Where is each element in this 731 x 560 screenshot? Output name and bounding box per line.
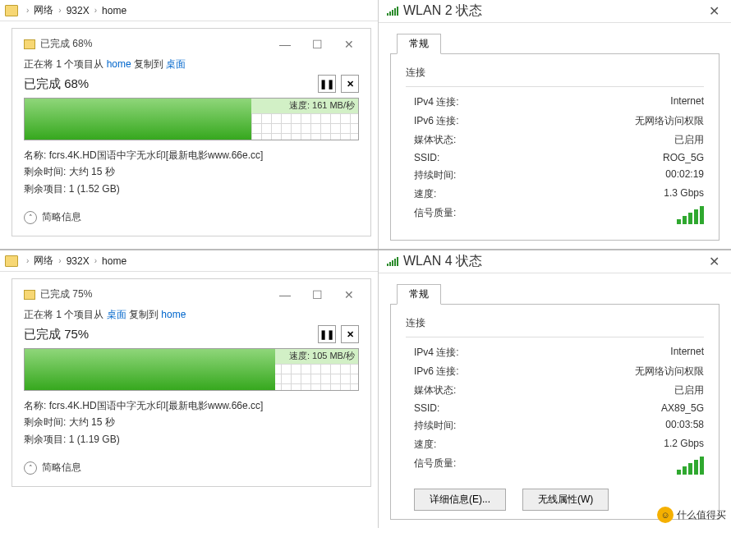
copy-details: 名称: fcrs.4K.HD国语中字无水印[最新电影www.66e.cc] 剩余… [24,147,359,197]
wifi-signal-icon [387,7,398,16]
kv-key: 媒体状态: [406,383,513,397]
breadcrumb[interactable]: › 网络 › 932X › home [0,250,378,272]
kv-row: 持续时间:00:03:58 [406,419,704,433]
group-label: 连接 [406,316,704,330]
kv-row: IPv6 连接:无网络访问权限 [406,365,704,379]
copy-details: 名称: fcrs.4K.HD国语中字无水印[最新电影www.66e.cc] 剩余… [24,397,359,448]
breadcrumb-item[interactable]: 932X [67,255,90,267]
tab-general[interactable]: 常规 [397,284,441,305]
breadcrumb-item[interactable]: 网络 [34,3,53,17]
kv-key: SSID: [406,152,513,163]
kv-row: IPv6 连接:无网络访问权限 [406,114,704,128]
kv-row: SSID:AX89_5G [406,402,704,414]
signal-quality-label: 信号质量: [406,206,513,227]
wlan-status-dialog: 常规 连接 IPv4 连接:InternetIPv6 连接:无网络访问权限媒体状… [379,283,731,528]
group-label: 连接 [406,66,704,80]
close-button[interactable] [339,38,359,51]
kv-value: Internet [513,95,704,109]
kv-row: 速度:1.3 Gbps [406,187,704,201]
kv-key: IPv6 连接: [406,114,513,128]
breadcrumb[interactable]: › 网络 › 932X › home [0,0,378,21]
copy-description: 正在将 1 个项目从 桌面 复制到 home [24,308,359,322]
kv-value: 1.2 Gbps [513,438,704,452]
brief-info-toggle[interactable]: ˄ 简略信息 [24,461,359,475]
details-button[interactable]: 详细信息(E)... [414,489,506,511]
dest-link[interactable]: home [161,309,186,320]
kv-value: 00:03:58 [513,419,704,433]
folder-icon [5,255,18,267]
kv-value: ROG_5G [513,152,704,163]
wifi-signal-icon [387,257,398,266]
kv-value: AX89_5G [513,402,704,414]
chevron-right-icon: › [94,6,97,15]
minimize-button[interactable] [274,38,296,51]
chevron-right-icon: › [58,256,61,265]
kv-row: SSID:ROG_5G [406,152,704,163]
kv-value: 1.3 Gbps [513,187,704,201]
kv-key: 持续时间: [406,419,513,433]
kv-key: 速度: [406,187,513,201]
source-link[interactable]: 桌面 [107,309,126,320]
chevron-right-icon: › [58,6,61,15]
progress-chart: 速度: 105 MB/秒 [24,348,359,391]
copy-progress-dialog: 已完成 75% 正在将 1 个项目从 桌面 复制到 home 已完成 75% ❚… [11,278,371,487]
kv-key: IPv4 连接: [406,346,513,360]
kv-row: IPv4 连接:Internet [406,346,704,360]
kv-row: 速度:1.2 Gbps [406,438,704,452]
connection-rows: IPv4 连接:InternetIPv6 连接:无网络访问权限媒体状态:已启用S… [406,346,704,452]
kv-value: 已启用 [513,383,704,397]
wireless-properties-button[interactable]: 无线属性(W) [522,489,609,511]
pause-button[interactable]: ❚❚ [318,75,336,93]
source-link[interactable]: home [107,58,131,70]
maximize-button[interactable] [307,288,328,301]
kv-value: 无网络访问权限 [513,114,704,128]
kv-key: SSID: [406,402,513,414]
connection-rows: IPv4 连接:InternetIPv6 连接:无网络访问权限媒体状态:已启用S… [406,95,704,201]
dest-link[interactable]: 桌面 [166,58,186,70]
dialog-title: WLAN 2 状态 [403,2,702,20]
folder-icon [24,39,35,49]
close-button[interactable]: ✕ [702,254,726,269]
brief-info-toggle[interactable]: ˄ 简略信息 [24,210,359,224]
dialog-title: 已完成 68% [40,37,274,51]
kv-row: IPv4 连接:Internet [406,95,704,109]
tab-general[interactable]: 常规 [397,34,441,54]
signal-quality-label: 信号质量: [406,457,513,477]
speed-label: 速度: 161 MB/秒 [289,99,355,112]
dialog-title: WLAN 4 状态 [403,253,702,270]
chevron-right-icon: › [26,6,29,15]
pause-button[interactable]: ❚❚ [318,325,336,343]
breadcrumb-item[interactable]: home [102,5,126,16]
progress-chart: 速度: 161 MB/秒 [24,98,359,140]
kv-value: 00:02:19 [513,168,704,182]
kv-key: IPv4 连接: [406,95,513,109]
breadcrumb-item[interactable]: 网络 [34,254,53,268]
kv-row: 持续时间:00:02:19 [406,168,704,182]
minimize-button[interactable] [274,288,296,301]
close-button[interactable]: ✕ [702,3,726,19]
breadcrumb-item[interactable]: home [102,255,126,267]
kv-value: 无网络访问权限 [513,365,704,379]
kv-value: 已启用 [513,133,704,147]
folder-icon [24,290,35,300]
chevron-up-icon: ˄ [24,461,37,475]
dialog-title: 已完成 75% [40,287,274,301]
wlan-status-dialog: 常规 连接 IPv4 连接:InternetIPv6 连接:无网络访问权限媒体状… [379,33,731,249]
copy-status: 已完成 75% [24,327,313,342]
copy-description: 正在将 1 个项目从 home 复制到 桌面 [24,57,359,71]
breadcrumb-item[interactable]: 932X [67,5,90,16]
kv-row: 媒体状态:已启用 [406,383,704,397]
kv-row: 媒体状态:已启用 [406,133,704,147]
close-button[interactable] [339,288,359,301]
kv-key: 持续时间: [406,168,513,182]
cancel-button[interactable]: ✕ [341,75,359,93]
chevron-right-icon: › [26,256,29,265]
kv-key: 速度: [406,438,513,452]
folder-icon [5,5,18,16]
cancel-button[interactable]: ✕ [341,325,359,343]
kv-value: Internet [513,346,704,360]
maximize-button[interactable] [307,38,328,51]
kv-key: IPv6 连接: [406,365,513,379]
chevron-right-icon: › [94,256,97,265]
copy-progress-dialog: 已完成 68% 正在将 1 个项目从 home 复制到 桌面 已完成 68% ❚… [11,28,371,236]
